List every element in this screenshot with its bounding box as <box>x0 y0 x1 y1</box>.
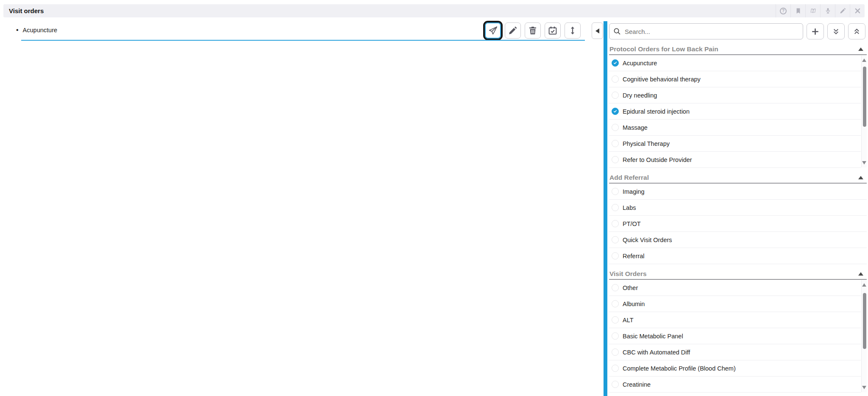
list-item[interactable]: PT/OT <box>609 216 867 232</box>
help-icon: ? <box>780 8 787 14</box>
titlebar-actions: ? <box>776 4 865 17</box>
list-item[interactable]: Referral <box>609 248 867 264</box>
checkbox-unchecked-icon[interactable] <box>612 284 619 291</box>
orders-panel: Protocol Orders for Low Back Pain Acupun… <box>609 21 867 393</box>
search-field <box>609 23 803 39</box>
selected-order-underline <box>21 40 585 41</box>
checkbox-checked-icon[interactable] <box>612 108 619 115</box>
list-item[interactable]: CBC with Automated Diff <box>609 344 861 360</box>
list-item[interactable]: Creatinine <box>609 376 861 393</box>
journal-icon <box>809 7 817 14</box>
section-body-protocol-orders: Acupuncture Cognitive behavioral therapy… <box>609 55 867 168</box>
left-arrow-icon <box>595 28 599 33</box>
dictate-button[interactable] <box>820 4 835 17</box>
section-title: Visit Orders <box>609 270 647 278</box>
scrollbar-thumb[interactable] <box>863 293 866 349</box>
list-item[interactable]: ALT <box>609 312 861 328</box>
order-row[interactable]: Acupuncture <box>3 22 588 39</box>
add-order-button[interactable] <box>807 23 824 39</box>
collapse-panel-button[interactable] <box>592 22 603 39</box>
collapse-section-icon[interactable] <box>858 272 863 276</box>
edit-button[interactable] <box>835 4 850 17</box>
reorder-order-button[interactable] <box>565 22 581 39</box>
bookmark-button[interactable] <box>790 4 805 17</box>
scroll-up-icon[interactable] <box>862 59 866 62</box>
section-header-visit-orders: Visit Orders <box>609 268 867 279</box>
scroll-all-up-button[interactable] <box>848 23 865 39</box>
pencil-icon <box>508 25 518 36</box>
checkbox-unchecked-icon[interactable] <box>612 75 619 83</box>
list-item[interactable]: Quick Visit Orders <box>609 232 867 248</box>
checkbox-unchecked-icon[interactable] <box>612 204 619 211</box>
double-chevron-down-icon <box>831 27 841 36</box>
double-chevron-up-icon <box>852 27 862 36</box>
checkbox-unchecked-icon[interactable] <box>612 156 619 163</box>
close-button[interactable] <box>850 4 865 17</box>
scroll-down-icon[interactable] <box>862 161 866 165</box>
collapse-section-icon[interactable] <box>858 176 863 179</box>
send-icon <box>488 25 498 36</box>
checkbox-unchecked-icon[interactable] <box>612 365 619 372</box>
trash-icon <box>528 25 538 36</box>
visit-orders-window: Visit orders ? Acupuncture <box>0 0 868 396</box>
order-bullet-item: Acupuncture <box>16 26 57 34</box>
schedule-order-button[interactable] <box>545 22 561 39</box>
checkbox-unchecked-icon[interactable] <box>612 300 619 307</box>
titlebar: Visit orders ? <box>3 4 865 17</box>
list-item[interactable]: Massage <box>609 120 861 136</box>
order-label: Acupuncture <box>23 27 57 33</box>
journal-button[interactable] <box>805 4 820 17</box>
list-item[interactable]: Labs <box>609 200 867 216</box>
close-icon <box>854 7 861 14</box>
bookmark-icon <box>795 7 802 14</box>
checkbox-unchecked-icon[interactable] <box>612 140 619 147</box>
scrollbar[interactable] <box>861 280 867 392</box>
microphone-icon <box>824 7 832 14</box>
list-item[interactable]: Refer to Outside Provider <box>609 152 861 168</box>
list-item[interactable]: Imaging <box>609 184 867 200</box>
checkbox-unchecked-icon[interactable] <box>612 332 619 340</box>
panel-search-row <box>609 23 865 39</box>
delete-order-button[interactable] <box>525 22 541 39</box>
section-header-add-referral: Add Referral <box>609 172 867 183</box>
pencil-icon <box>839 7 846 14</box>
section-body-visit-orders: Other Albumin ALT Basic Metabolic Panel … <box>609 280 867 393</box>
scrollbar[interactable] <box>861 56 867 167</box>
edit-order-button[interactable] <box>505 22 521 39</box>
scroll-all-down-button[interactable] <box>827 23 845 39</box>
list-item[interactable]: Acupuncture <box>609 55 861 71</box>
section-body-add-referral: Imaging Labs PT/OT Quick Visit Orders Re… <box>609 184 867 264</box>
collapse-section-icon[interactable] <box>858 47 863 51</box>
list-item[interactable]: Physical Therapy <box>609 136 861 152</box>
search-input[interactable] <box>609 23 803 39</box>
checkbox-unchecked-icon[interactable] <box>612 349 619 356</box>
section-title: Protocol Orders for Low Back Pain <box>609 45 718 53</box>
list-item[interactable]: Cognitive behavioral therapy <box>609 71 861 87</box>
checkbox-unchecked-icon[interactable] <box>612 236 619 243</box>
calendar-check-icon <box>548 25 558 36</box>
list-item[interactable]: Complete Metabolic Profile (Blood Chem) <box>609 360 861 376</box>
page-title: Visit orders <box>9 7 44 14</box>
send-order-button[interactable] <box>485 22 501 39</box>
order-toolbar <box>485 22 581 39</box>
checkbox-unchecked-icon[interactable] <box>612 92 619 99</box>
checkbox-unchecked-icon[interactable] <box>612 220 619 227</box>
list-item[interactable]: Basic Metabolic Panel <box>609 328 861 344</box>
section-header-protocol-orders: Protocol Orders for Low Back Pain <box>609 44 867 54</box>
section-title: Add Referral <box>609 174 649 181</box>
list-item[interactable]: Epidural steroid injection <box>609 103 861 120</box>
list-item[interactable]: Other <box>609 280 861 296</box>
checkbox-checked-icon[interactable] <box>612 59 619 67</box>
help-button[interactable]: ? <box>776 4 790 17</box>
checkbox-unchecked-icon[interactable] <box>612 252 619 259</box>
scroll-down-icon[interactable] <box>862 386 866 389</box>
scrollbar-thumb[interactable] <box>863 67 866 127</box>
list-item[interactable]: Albumin <box>609 296 861 312</box>
checkbox-unchecked-icon[interactable] <box>612 381 619 388</box>
list-item[interactable]: Dry needling <box>609 87 861 103</box>
panel-divider-bar <box>604 21 607 396</box>
checkbox-unchecked-icon[interactable] <box>612 316 619 323</box>
checkbox-unchecked-icon[interactable] <box>612 188 619 195</box>
scroll-up-icon[interactable] <box>862 283 866 287</box>
checkbox-unchecked-icon[interactable] <box>612 124 619 131</box>
